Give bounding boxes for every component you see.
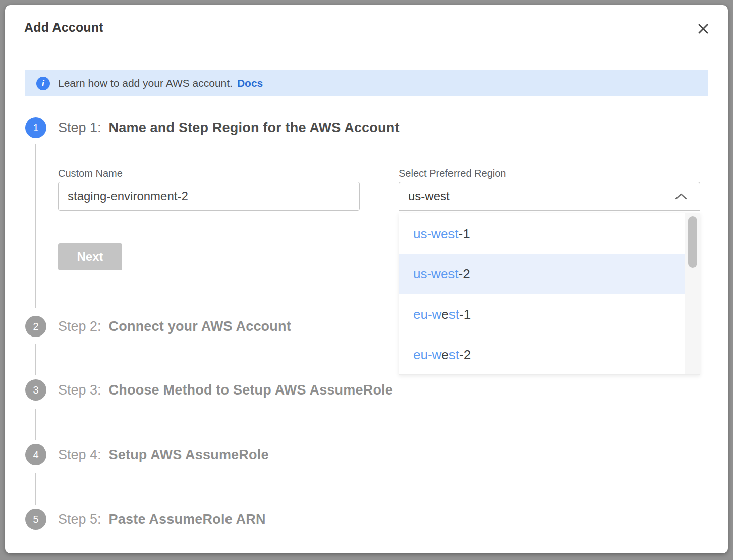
step2-label: Step 2: xyxy=(58,319,101,334)
region-select[interactable]: us-west xyxy=(399,182,700,211)
region-select-value: us-west xyxy=(408,189,450,203)
step3-heading: Step 3:Choose Method to Setup AWS Assume… xyxy=(58,379,393,401)
step3-title: Choose Method to Setup AWS AssumeRole xyxy=(109,382,393,398)
step5-indicator: 5 xyxy=(25,509,46,530)
dropdown-scrollbar-thumb[interactable] xyxy=(688,216,697,268)
next-button[interactable]: Next xyxy=(58,243,122,270)
step5-label: Step 5: xyxy=(58,512,101,527)
region-option[interactable]: us-west-1 xyxy=(399,213,685,254)
custom-name-input[interactable] xyxy=(58,182,360,211)
docs-link[interactable]: Docs xyxy=(237,77,263,89)
step1-title: Name and Step Region for the AWS Account xyxy=(109,120,400,136)
step2-title: Connect your AWS Account xyxy=(109,319,291,334)
step-connector-line xyxy=(35,473,36,505)
step4-label: Step 4: xyxy=(58,447,101,463)
region-option[interactable]: us-west-2 xyxy=(399,254,685,294)
step4-title: Setup AWS AssumeRole xyxy=(109,447,269,463)
step1-indicator: 1 xyxy=(25,117,46,138)
step-connector-line xyxy=(35,409,36,440)
custom-name-label: Custom Name xyxy=(58,167,123,179)
step4-heading: Step 4:Setup AWS AssumeRole xyxy=(58,444,269,465)
step3-label: Step 3: xyxy=(58,382,101,398)
step4-indicator: 4 xyxy=(25,444,46,465)
step1-heading: Step 1: Name and Step Region for the AWS… xyxy=(58,117,400,138)
add-account-modal: Add Account i Learn how to add your AWS … xyxy=(5,5,728,553)
region-dropdown: us-west-1us-west-2eu-west-1eu-west-2 xyxy=(399,213,700,375)
close-button[interactable] xyxy=(695,20,712,37)
step5-title: Paste AssumeRole ARN xyxy=(109,512,266,527)
info-icon: i xyxy=(36,77,50,90)
step1-label: Step 1: xyxy=(58,120,101,136)
dropdown-scrollbar-track[interactable] xyxy=(685,213,700,374)
region-option[interactable]: eu-west-1 xyxy=(399,294,685,334)
close-icon xyxy=(697,23,709,35)
step1-connector-line xyxy=(35,144,36,308)
modal-title: Add Account xyxy=(24,20,103,35)
chevron-up-icon xyxy=(674,192,688,200)
step3-indicator: 3 xyxy=(25,379,46,401)
region-options: us-west-1us-west-2eu-west-1eu-west-2 xyxy=(399,213,700,375)
step5-heading: Step 5:Paste AssumeRole ARN xyxy=(58,509,266,530)
info-banner: i Learn how to add your AWS account. Doc… xyxy=(25,70,708,96)
step2-heading: Step 2:Connect your AWS Account xyxy=(58,316,291,337)
region-option[interactable]: eu-west-2 xyxy=(399,334,685,375)
step2-indicator: 2 xyxy=(25,316,46,337)
banner-text: Learn how to add your AWS account. xyxy=(58,77,233,89)
region-label: Select Preferred Region xyxy=(399,167,506,179)
modal-header: Add Account xyxy=(5,5,728,50)
step-connector-line xyxy=(35,344,36,375)
